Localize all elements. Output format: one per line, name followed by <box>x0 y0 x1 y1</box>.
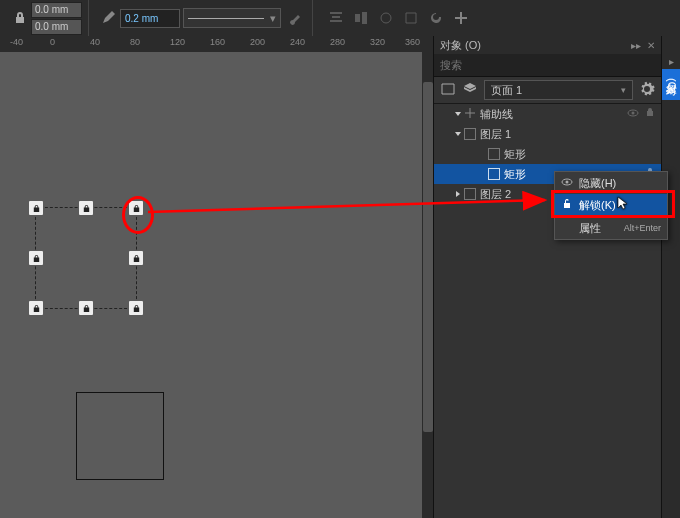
ruler-tick: 0 <box>50 37 55 47</box>
ruler-tick: 200 <box>250 37 265 47</box>
ruler-tick: 320 <box>370 37 385 47</box>
page-bar: 页面 1 <box>434 77 661 104</box>
align-group <box>319 0 478 36</box>
top-toolbar: 0.0 mm 0.0 mm 0.2 mm ▾ <box>0 0 680 37</box>
eye-icon <box>561 176 573 190</box>
layer-tree: 辅助线 图层 1 矩形 矩形 图层 2 <box>434 104 661 518</box>
lock-handle-icon <box>79 201 93 215</box>
brush-icon[interactable] <box>284 7 306 29</box>
line-style-dropdown[interactable]: ▾ <box>183 8 281 28</box>
tree-guides[interactable]: 辅助线 <box>434 104 661 124</box>
tree-label: 矩形 <box>504 147 526 162</box>
svg-point-0 <box>381 13 391 23</box>
expand-icon[interactable] <box>455 132 461 136</box>
page-selector[interactable]: 页面 1 <box>484 80 633 100</box>
lock-handle-icon <box>29 301 43 315</box>
ctx-shortcut: Alt+Enter <box>624 223 661 233</box>
guides-icon <box>464 107 476 121</box>
align-btn-2[interactable] <box>350 7 372 29</box>
expand-icon[interactable] <box>456 191 460 197</box>
ctx-unlock[interactable]: 解锁(K) <box>555 194 667 216</box>
objects-dock: 对象 (O) ▸▸ ✕ 搜索 页面 1 辅助线 图层 1 <box>433 36 680 518</box>
ctx-label: 隐藏(H) <box>579 176 616 191</box>
lock-icon[interactable] <box>645 107 655 119</box>
ruler-tick: 360 <box>405 37 420 47</box>
ctx-label: 解锁(K) <box>579 198 616 213</box>
object-swatch <box>488 168 500 180</box>
expand-icon[interactable] <box>455 112 461 116</box>
rectangle-object[interactable] <box>76 392 164 480</box>
panel-header: 对象 (O) ▸▸ ✕ <box>434 36 661 54</box>
layers-icon[interactable] <box>462 81 478 99</box>
layer-swatch <box>464 188 476 200</box>
height-field[interactable]: 0.0 mm <box>31 19 82 35</box>
master-page-icon[interactable] <box>440 81 456 99</box>
ruler-tick: 120 <box>170 37 185 47</box>
align-btn-4[interactable] <box>400 7 422 29</box>
context-menu: 隐藏(H) 解锁(K) 属性 Alt+Enter <box>554 171 668 240</box>
ctx-label: 属性 <box>579 221 601 236</box>
panel-collapse-icon[interactable]: ▸▸ <box>631 40 641 51</box>
size-group: 0.0 mm 0.0 mm <box>6 0 89 36</box>
lock-handle-icon <box>29 201 43 215</box>
panel-title: 对象 (O) <box>440 38 481 53</box>
horizontal-ruler: -40 0 40 80 120 160 200 240 280 320 360 <box>0 36 434 53</box>
ruler-tick: -40 <box>10 37 23 47</box>
tree-layer-1[interactable]: 图层 1 <box>434 124 661 144</box>
tree-label: 矩形 <box>504 167 526 182</box>
svg-point-2 <box>632 112 635 115</box>
canvas[interactable] <box>0 52 434 518</box>
align-btn-3[interactable] <box>375 7 397 29</box>
tree-label: 图层 1 <box>480 127 511 142</box>
panel-close-icon[interactable]: ✕ <box>647 40 655 51</box>
ruler-tick: 280 <box>330 37 345 47</box>
ruler-tick: 240 <box>290 37 305 47</box>
object-swatch <box>488 148 500 160</box>
refresh-icon[interactable] <box>425 7 447 29</box>
lock-handle-icon <box>129 201 143 215</box>
ctx-hide[interactable]: 隐藏(H) <box>555 172 667 194</box>
stroke-width-field[interactable]: 0.2 mm <box>120 9 180 28</box>
ruler-tick: 160 <box>210 37 225 47</box>
ruler-tick: 40 <box>90 37 100 47</box>
unlock-icon <box>561 198 573 212</box>
dock-expand-icon[interactable]: ▸ <box>669 56 674 67</box>
dock-side-tabs: ▸ 对象 (O) <box>661 36 680 518</box>
width-field[interactable]: 0.0 mm <box>31 2 82 18</box>
visibility-icon[interactable] <box>627 107 639 121</box>
tree-label: 辅助线 <box>480 107 513 122</box>
lock-handle-icon <box>129 251 143 265</box>
lock-handle-icon <box>129 301 143 315</box>
settings-icon[interactable] <box>639 81 655 99</box>
pen-icon <box>101 9 117 27</box>
ctx-properties[interactable]: 属性 Alt+Enter <box>555 216 667 239</box>
search-input[interactable]: 搜索 <box>434 54 661 77</box>
stroke-group: 0.2 mm ▾ <box>95 0 313 36</box>
layer-swatch <box>464 128 476 140</box>
tree-rect-1[interactable]: 矩形 <box>434 144 661 164</box>
add-icon[interactable] <box>450 7 472 29</box>
lock-ratio-icon[interactable] <box>12 9 28 27</box>
tree-label: 图层 2 <box>480 187 511 202</box>
objects-tab[interactable]: 对象 (O) <box>662 69 681 100</box>
lock-handle-icon <box>79 301 93 315</box>
locked-rectangle[interactable] <box>35 207 137 309</box>
ruler-tick: 80 <box>130 37 140 47</box>
align-btn-1[interactable] <box>325 7 347 29</box>
svg-point-4 <box>566 181 569 184</box>
lock-handle-icon <box>29 251 43 265</box>
